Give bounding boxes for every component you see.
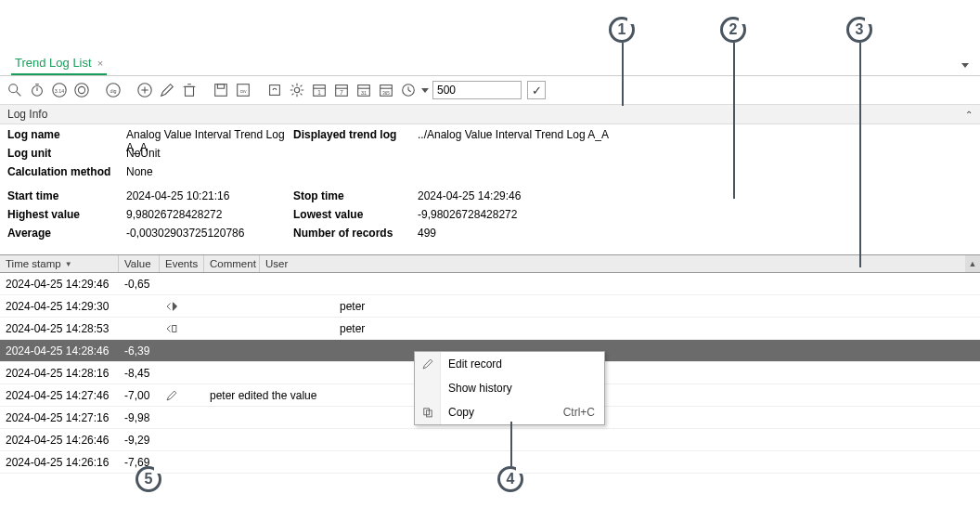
refresh-icon[interactable] bbox=[265, 81, 284, 99]
log-unit-value: NoUnit bbox=[126, 147, 293, 160]
chevron-up-icon: ⌃ bbox=[965, 110, 973, 120]
cell-timestamp: 2024-04-25 14:29:30 bbox=[0, 300, 119, 313]
cell-timestamp: 2024-04-25 14:28:53 bbox=[0, 322, 119, 335]
save-icon[interactable] bbox=[212, 81, 230, 99]
sort-desc-icon: ▼ bbox=[65, 260, 72, 268]
scroll-up-icon[interactable]: ▲ bbox=[965, 255, 980, 272]
calendar-31-icon[interactable]: 31 bbox=[355, 81, 373, 99]
avg-label: Average bbox=[7, 227, 126, 240]
menu-show-history[interactable]: Show history bbox=[415, 376, 604, 400]
table-row[interactable]: 2024-04-25 14:29:30peter bbox=[0, 295, 980, 318]
col-timestamp[interactable]: Time stamp▼ bbox=[0, 255, 119, 272]
decimal-icon[interactable]: 3.14 bbox=[50, 81, 69, 99]
num-label: Number of records bbox=[293, 227, 418, 240]
col-comment[interactable]: Comment bbox=[204, 255, 260, 272]
cell-value: -9,98 bbox=[119, 411, 160, 424]
menu-edit-record[interactable]: Edit record bbox=[415, 352, 604, 376]
low-label: Lowest value bbox=[293, 208, 418, 221]
cell-events bbox=[160, 322, 204, 335]
svg-line-37 bbox=[408, 90, 411, 92]
svg-rect-18 bbox=[217, 84, 224, 89]
clock-dropdown-icon[interactable] bbox=[421, 81, 429, 99]
start-label: Start time bbox=[7, 189, 126, 202]
svg-text:7: 7 bbox=[340, 89, 343, 96]
col-events[interactable]: Events bbox=[160, 255, 204, 272]
svg-rect-38 bbox=[173, 325, 176, 332]
cell-timestamp: 2024-04-25 14:29:46 bbox=[0, 278, 119, 291]
trash-icon[interactable] bbox=[180, 81, 199, 99]
stopwatch-icon[interactable] bbox=[28, 81, 46, 99]
gear-icon[interactable] bbox=[288, 81, 306, 99]
cell-events bbox=[160, 300, 204, 313]
callout-3: 3 bbox=[846, 17, 872, 43]
svg-text:dig: dig bbox=[110, 88, 116, 94]
copy-icon bbox=[415, 400, 441, 424]
displayed-value: ../Analog Value Interval Trend Log A_A bbox=[418, 128, 973, 141]
event-start-icon bbox=[165, 300, 178, 313]
cell-value: -9,29 bbox=[119, 434, 160, 447]
context-menu: Edit record Show history Copy Ctrl+C bbox=[414, 351, 605, 425]
table-row[interactable]: 2024-04-25 14:29:46-0,65 bbox=[0, 273, 980, 295]
high-label: Highest value bbox=[7, 208, 126, 221]
svg-point-22 bbox=[294, 87, 299, 92]
calc-value: None bbox=[126, 165, 293, 178]
calc-label: Calculation method bbox=[7, 165, 126, 178]
table-header: Time stamp▼ Value Events Comment User ▲ bbox=[0, 254, 980, 273]
col-value[interactable]: Value bbox=[119, 255, 160, 272]
section-title: Log Info bbox=[7, 108, 47, 121]
displayed-label: Displayed trend log bbox=[293, 128, 418, 141]
cell-events bbox=[160, 389, 204, 402]
cell-comment: peter edited the value bbox=[204, 389, 334, 402]
blank-icon bbox=[415, 376, 441, 400]
high-value: 9,98026728428272 bbox=[126, 208, 293, 221]
low-value: -9,98026728428272 bbox=[418, 208, 973, 221]
col-user[interactable]: User bbox=[260, 255, 299, 272]
svg-text:3.14: 3.14 bbox=[55, 88, 64, 94]
tab-title: Trend Log List bbox=[15, 56, 92, 70]
cell-user: peter bbox=[334, 300, 390, 313]
event-stop-icon bbox=[165, 322, 178, 335]
table-row[interactable]: 2024-04-25 14:28:53peter bbox=[0, 318, 980, 340]
cell-user: peter bbox=[334, 322, 390, 335]
toolbar: 3.14 dig csv 1 7 31 365 ✓ bbox=[0, 76, 980, 104]
tab-trend-log-list[interactable]: Trend Log List × bbox=[11, 52, 107, 75]
cell-value: -7,69 bbox=[119, 456, 160, 469]
num-value: 499 bbox=[418, 227, 973, 240]
cell-value: -7,00 bbox=[119, 389, 160, 402]
svg-rect-17 bbox=[215, 84, 227, 97]
svg-rect-21 bbox=[270, 85, 280, 96]
avg-value: -0,00302903725120786 bbox=[126, 227, 293, 240]
svg-point-7 bbox=[75, 84, 88, 97]
search-icon[interactable] bbox=[6, 81, 24, 99]
callout-1: 1 bbox=[609, 17, 635, 43]
svg-point-2 bbox=[32, 86, 43, 97]
apply-button[interactable]: ✓ bbox=[527, 81, 546, 99]
cell-value: -0,65 bbox=[119, 278, 160, 291]
svg-point-8 bbox=[78, 86, 84, 93]
log-unit-label: Log unit bbox=[7, 147, 126, 160]
svg-rect-14 bbox=[186, 86, 194, 96]
calendar-365-icon[interactable]: 365 bbox=[377, 81, 395, 99]
dig-icon[interactable]: dig bbox=[104, 81, 122, 99]
save-csv-icon[interactable]: csv bbox=[234, 81, 252, 99]
calendar-1-icon[interactable]: 1 bbox=[310, 81, 329, 99]
log-info-header[interactable]: Log Info ⌃ bbox=[0, 104, 980, 124]
add-icon[interactable] bbox=[135, 81, 154, 99]
pencil-icon[interactable] bbox=[158, 81, 176, 99]
calendar-7-icon[interactable]: 7 bbox=[332, 81, 351, 99]
clock-icon[interactable] bbox=[399, 81, 418, 99]
svg-text:365: 365 bbox=[382, 91, 390, 96]
svg-text:31: 31 bbox=[361, 90, 367, 96]
svg-text:1: 1 bbox=[317, 89, 321, 96]
menu-copy[interactable]: Copy Ctrl+C bbox=[415, 400, 604, 424]
log-info-panel: Log name Analog Value Interval Trend Log… bbox=[0, 124, 980, 254]
table-row[interactable]: 2024-04-25 14:26:46-9,29 bbox=[0, 429, 980, 451]
record-count-input[interactable] bbox=[432, 81, 522, 99]
table-row[interactable]: 2024-04-25 14:26:16-7,69 bbox=[0, 451, 980, 474]
target-icon[interactable] bbox=[72, 81, 91, 99]
cell-timestamp: 2024-04-25 14:26:16 bbox=[0, 456, 119, 469]
tab-dropdown-icon[interactable] bbox=[961, 58, 969, 71]
cell-value: -8,45 bbox=[119, 367, 160, 380]
cell-value: -6,39 bbox=[119, 344, 160, 358]
close-icon[interactable]: × bbox=[97, 58, 103, 69]
